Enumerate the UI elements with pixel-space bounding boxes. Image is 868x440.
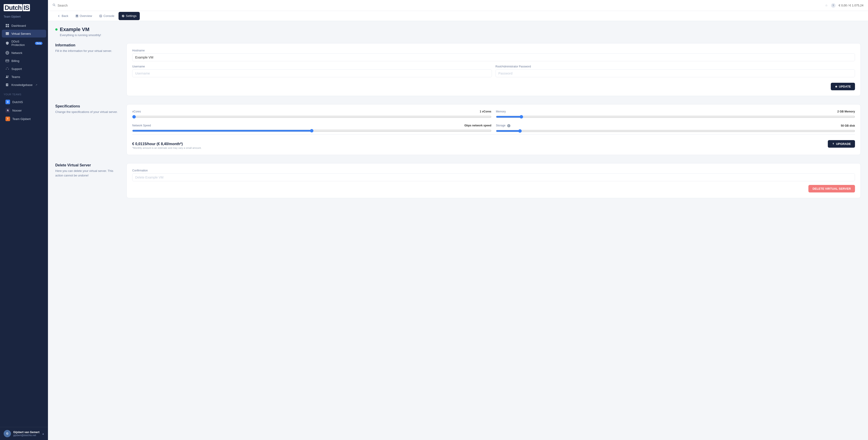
- storage-slider[interactable]: [496, 129, 855, 133]
- svg-rect-6: [6, 34, 9, 35]
- sidebar-item-dashboard[interactable]: Dashboard: [2, 22, 46, 29]
- vcores-slider[interactable]: [132, 115, 491, 119]
- sidebar-item-label: Teams: [11, 75, 20, 79]
- team-label-gijsbert: Team Gijsbert: [12, 117, 31, 121]
- memory-slider[interactable]: [496, 115, 855, 119]
- team-gijsbert[interactable]: T Team Gijsbert: [2, 115, 46, 123]
- storage-label: Storage i: [496, 124, 510, 127]
- hostname-group: Hostname: [132, 49, 855, 61]
- svg-rect-18: [76, 14, 78, 16]
- overview-button[interactable]: Overview: [72, 12, 95, 20]
- delete-info: Delete Virtual Server Here you can delet…: [55, 163, 119, 198]
- sidebar-item-support[interactable]: Support: [2, 65, 46, 73]
- delete-virtual-server-button[interactable]: DELETE VIRTUAL SERVER: [808, 185, 855, 193]
- teams-list: D DutchIS N Noxxer T Team Gijsbert: [0, 97, 48, 124]
- back-button[interactable]: Back: [54, 12, 71, 20]
- upgrade-label: UPGRADE: [836, 142, 851, 146]
- help-icon[interactable]: ?: [831, 3, 836, 8]
- svg-rect-4: [6, 32, 9, 33]
- settings-button[interactable]: Settings: [119, 12, 140, 20]
- shield-icon: [5, 41, 9, 45]
- sidebar-item-network[interactable]: Network: [2, 49, 46, 57]
- logo: DutchIS: [0, 0, 48, 14]
- svg-rect-5: [6, 33, 9, 34]
- information-title: Information: [55, 43, 119, 47]
- confirmation-input[interactable]: [132, 174, 855, 181]
- delete-button-label: DELETE VIRTUAL SERVER: [812, 187, 851, 190]
- grid-icon: [5, 24, 9, 27]
- user-email: gijsbert@dutchis.net: [13, 434, 39, 437]
- headset-icon: [5, 67, 9, 70]
- vcores-value: 1 vCores: [480, 110, 491, 113]
- chevron-up-icon: ▲: [42, 433, 44, 435]
- sidebar-item-virtual-servers[interactable]: Virtual Servers: [2, 30, 46, 37]
- svg-rect-20: [77, 16, 78, 17]
- vm-title-row: Example VM: [55, 27, 861, 32]
- svg-point-16: [53, 4, 55, 6]
- price-note: *Monthly amount is an estimate and may v…: [132, 147, 202, 149]
- upgrade-icon: [832, 142, 835, 145]
- price-info: € 0,0115/hour (€ 8,40/month*) *Monthly a…: [132, 142, 202, 149]
- sidebar-item-label: Network: [11, 51, 22, 55]
- username-input[interactable]: [132, 69, 492, 77]
- search-input[interactable]: [58, 4, 103, 7]
- vcores-label: vCores: [132, 110, 141, 113]
- sidebar-item-teams[interactable]: Teams: [2, 73, 46, 81]
- delete-form: Confirmation DELETE VIRTUAL SERVER: [126, 163, 861, 198]
- svg-rect-2: [6, 26, 7, 27]
- credit-card-icon: [5, 59, 9, 63]
- team-noxxer[interactable]: N Noxxer: [2, 106, 46, 115]
- information-info: Information Fill in the information for …: [55, 43, 119, 96]
- console-button[interactable]: Console: [96, 12, 118, 20]
- password-label: Root/Administrator Password: [496, 65, 855, 68]
- globe-icon: [5, 51, 9, 55]
- upgrade-button[interactable]: UPGRADE: [828, 140, 855, 148]
- team-avatar-gijsbert: T: [5, 117, 10, 121]
- settings-label: Settings: [126, 14, 136, 18]
- password-input[interactable]: [496, 69, 855, 77]
- book-icon: [5, 83, 9, 87]
- user-pass-row: Username Root/Administrator Password: [132, 65, 855, 81]
- storage-info-icon[interactable]: i: [507, 124, 510, 127]
- users-icon: [5, 75, 9, 79]
- storage-header: Storage i 50 GB disk: [496, 124, 855, 127]
- delete-title: Delete Virtual Server: [55, 163, 119, 167]
- sidebar-item-label: DDoS Protection: [11, 40, 32, 47]
- star-icon[interactable]: ☆: [825, 4, 828, 7]
- page-content: Example VM Everything is running smoothl…: [48, 21, 868, 440]
- network-slider[interactable]: [132, 129, 491, 133]
- main-nav: Dashboard Virtual Servers DDoS Protectio…: [0, 21, 48, 90]
- sidebar-item-billing[interactable]: Billing: [2, 57, 46, 65]
- specifications-title: Specifications: [55, 104, 119, 108]
- team-dutchis[interactable]: D DutchIS: [2, 98, 46, 106]
- hostname-label: Hostname: [132, 49, 855, 52]
- search-area: [53, 3, 822, 7]
- team-label-dutchis: DutchIS: [12, 100, 23, 104]
- memory-value: 2 GB Memory: [837, 110, 855, 113]
- update-button[interactable]: UPDATE: [831, 83, 855, 90]
- vm-title: Example VM: [60, 27, 90, 32]
- sidebar-item-label: Knowledgebase: [11, 83, 33, 87]
- vcores-header: vCores 1 vCores: [132, 110, 491, 113]
- network-speed-header: Network Speed Gbps network speed: [132, 124, 491, 127]
- overview-label: Overview: [80, 14, 92, 18]
- memory-header: Memory 2 GB Memory: [496, 110, 855, 113]
- brand-name: DutchIS: [4, 4, 44, 11]
- sidebar-item-knowledgebase[interactable]: Knowledgebase ↗: [2, 81, 46, 89]
- team-label-noxxer: Noxxer: [12, 109, 22, 112]
- delete-section: Delete Virtual Server Here you can delet…: [55, 163, 861, 198]
- specifications-form: vCores 1 vCores Memory 2 GB Memory: [126, 104, 861, 155]
- user-footer[interactable]: G Gijsbert van Gemert gijsbert@dutchis.n…: [0, 427, 48, 440]
- price-main: € 0,0115/hour (€ 8,40/month*): [132, 142, 202, 146]
- hostname-input[interactable]: [132, 54, 855, 61]
- topbar-right: ☆ ? € 0,00 / € 1.075,24: [825, 3, 863, 8]
- svg-rect-0: [6, 24, 7, 25]
- sidebar-item-label: Billing: [11, 59, 20, 63]
- svg-rect-1: [7, 24, 9, 25]
- server-icon: [5, 32, 9, 35]
- specifications-section: Specifications Change the specifications…: [55, 104, 861, 155]
- svg-point-13: [8, 76, 9, 77]
- main-area: ☆ ? € 0,00 / € 1.075,24 Back Overview Co…: [48, 0, 868, 440]
- network-speed-spec: Network Speed Gbps network speed: [132, 124, 491, 134]
- sidebar-item-ddos[interactable]: DDoS Protection Beta: [2, 38, 46, 49]
